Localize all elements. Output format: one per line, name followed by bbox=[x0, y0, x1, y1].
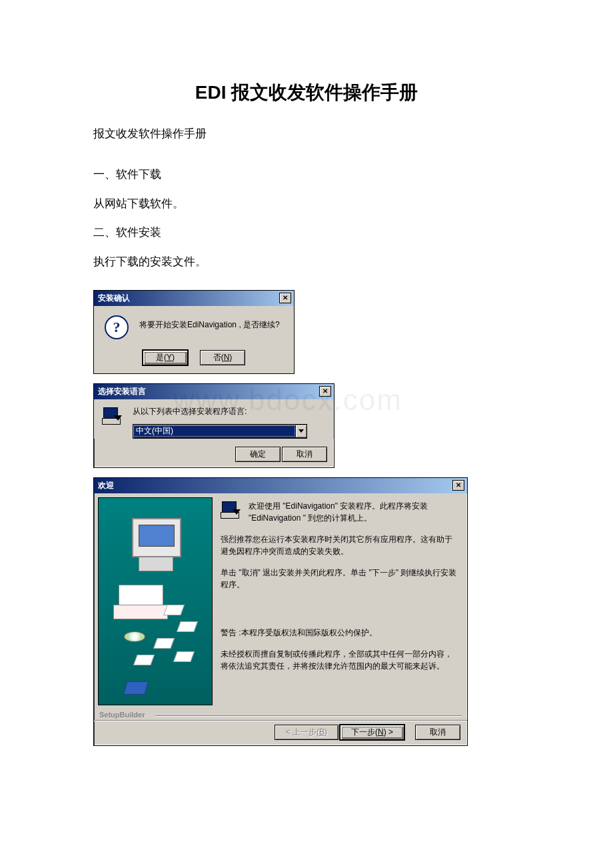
language-combobox[interactable]: 中文(中国) bbox=[133, 424, 307, 439]
welcome-title: 欢迎 bbox=[98, 480, 114, 491]
back-button: < 上一步(B) bbox=[275, 725, 338, 740]
dialog-select-language: 选择安装语言 ✕ 从以下列表中选择安装程序语言: 中文(中国) bbox=[93, 383, 334, 468]
cancel-button[interactable]: 取消 bbox=[282, 447, 327, 462]
dialog-install-confirm: 安装确认 ✕ ? 将要开始安装EdiNavigation , 是否继续? 是(Y… bbox=[93, 290, 295, 374]
setupbuilder-label: SetupBuilder bbox=[94, 709, 467, 719]
lang-prompt: 从以下列表中选择安装程序语言: bbox=[133, 406, 326, 417]
section1-text: 从网站下载软件。 bbox=[93, 191, 520, 216]
welcome-warning: 警告 :本程序受版权法和国际版权公约保护。 bbox=[221, 627, 459, 639]
cancel-button[interactable]: 取消 bbox=[415, 725, 460, 740]
language-selected: 中文(中国) bbox=[133, 425, 295, 437]
welcome-line1: 欢迎使用 "EdiNavigation" 安装程序。此程序将安装 "EdiNav… bbox=[249, 500, 459, 524]
question-icon: ? bbox=[105, 315, 129, 339]
lang-title: 选择安装语言 bbox=[98, 386, 146, 397]
welcome-line2: 强烈推荐您在运行本安装程序时关闭其它所有应用程序。这有助于避免因程序冲突而造成的… bbox=[221, 533, 459, 557]
section2-heading: 二、软件安装 bbox=[93, 220, 520, 245]
close-icon[interactable]: ✕ bbox=[279, 293, 291, 303]
next-button[interactable]: 下一步(N) > bbox=[340, 725, 404, 740]
confirm-message: 将要开始安装EdiNavigation , 是否继续? bbox=[139, 315, 280, 331]
yes-button[interactable]: 是(Y) bbox=[143, 350, 188, 365]
welcome-line5: 未经授权而擅自复制或传播此程序，全部或其中任何一部分内容，将依法追究其责任，并将… bbox=[221, 648, 459, 672]
page-title: EDI 报文收发软件操作手册 bbox=[93, 80, 520, 105]
section2-text: 执行下载的安装文件。 bbox=[93, 249, 520, 274]
dialog-welcome: 欢迎 ✕ 欢迎使用 "EdiNavigation" 安装程序。此 bbox=[93, 477, 468, 746]
welcome-line3: 单击 "取消" 退出安装并关闭此程序。单击 "下一步" 则继续执行安装程序。 bbox=[221, 567, 459, 591]
chevron-down-icon[interactable] bbox=[295, 425, 306, 437]
no-button[interactable]: 否(N) bbox=[200, 350, 245, 365]
confirm-title: 安装确认 bbox=[98, 293, 130, 304]
close-icon[interactable]: ✕ bbox=[452, 480, 464, 491]
ok-button[interactable]: 确定 bbox=[235, 447, 281, 462]
close-icon[interactable]: ✕ bbox=[319, 386, 331, 397]
intro-text: 报文收发软件操作手册 bbox=[93, 121, 520, 146]
installer-icon bbox=[221, 500, 242, 521]
welcome-illustration bbox=[98, 497, 213, 705]
installer-icon bbox=[102, 406, 123, 427]
section1-heading: 一、软件下载 bbox=[93, 162, 520, 187]
